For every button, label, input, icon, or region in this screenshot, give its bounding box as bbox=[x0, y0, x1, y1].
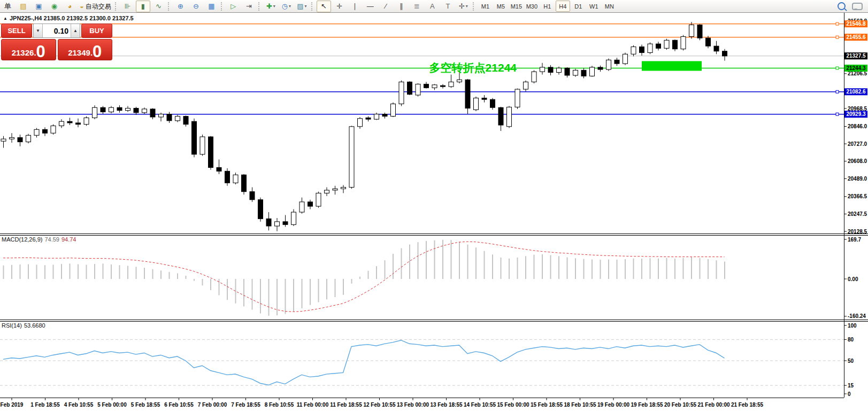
candlestick bbox=[333, 189, 337, 190]
shapes-button[interactable]: ✢▾ bbox=[456, 1, 471, 12]
timeframe-button-h4[interactable]: H4 bbox=[556, 1, 570, 12]
chevron-down-icon[interactable]: ▾ bbox=[289, 1, 291, 12]
candlestick bbox=[640, 47, 644, 53]
autotrade-button[interactable]: ◒自动交易 bbox=[78, 1, 113, 12]
timeframe-button-m15[interactable]: M15 bbox=[509, 1, 524, 12]
trendline-glyph: ∕ bbox=[385, 1, 386, 12]
periods-glyph: ◷ bbox=[282, 1, 288, 12]
line-handle[interactable] bbox=[836, 67, 839, 69]
signals-icon[interactable]: ◉ bbox=[47, 1, 62, 12]
volume-input[interactable]: 0.10 bbox=[43, 24, 71, 37]
buy-price-display[interactable]: 21349.0 bbox=[58, 39, 113, 60]
toolbar-grip bbox=[473, 2, 475, 11]
fibonacci-button[interactable]: ≣ bbox=[410, 1, 424, 12]
candlestick bbox=[706, 38, 711, 46]
chevron-down-icon[interactable]: ▾ bbox=[273, 1, 275, 12]
periods-button[interactable]: ◷▾ bbox=[279, 1, 294, 12]
timeframe-button-m1[interactable]: M1 bbox=[478, 1, 493, 12]
time-axis-label: 7 Feb 00:00 bbox=[198, 402, 227, 408]
candlestick bbox=[432, 85, 437, 88]
timeframe-button-mn[interactable]: MN bbox=[602, 1, 617, 12]
candlestick bbox=[366, 118, 371, 119]
zoom-in-icon[interactable]: ⊕ bbox=[173, 1, 188, 12]
toolbar-group: 单▤▣◉◕◒自动交易 bbox=[0, 0, 113, 13]
market-icon[interactable]: ◕ bbox=[63, 1, 77, 12]
tile-windows-icon[interactable]: ▦ bbox=[204, 1, 219, 12]
rsi-indicator-label: RSI(14)53.6680 bbox=[2, 322, 48, 329]
terminal-icon[interactable]: ▣ bbox=[32, 1, 46, 12]
candlestick-chart-icon[interactable]: ▮ bbox=[136, 1, 150, 12]
autotrade-button-label: 自动交易 bbox=[86, 1, 111, 12]
line-handle[interactable] bbox=[836, 90, 839, 93]
vertical-line-button[interactable]: ∣ bbox=[348, 1, 362, 12]
buy-button[interactable]: BUY bbox=[81, 24, 112, 38]
chevron-down-icon[interactable]: ▾ bbox=[466, 1, 468, 12]
axis-tick-label: -160.24 bbox=[848, 313, 866, 319]
text-button[interactable]: A bbox=[425, 1, 440, 12]
timeframe-button-m5[interactable]: M5 bbox=[494, 1, 508, 12]
candlestick bbox=[424, 84, 429, 88]
horizontal-line-button[interactable]: — bbox=[363, 1, 378, 12]
candlestick bbox=[150, 109, 155, 117]
channel-button[interactable]: ∥ bbox=[394, 1, 409, 12]
line-handle[interactable] bbox=[836, 36, 839, 38]
label-glyph: T bbox=[445, 1, 450, 12]
candlestick bbox=[250, 192, 255, 200]
indicators-button[interactable]: ✚▾ bbox=[264, 1, 278, 12]
line-handle[interactable] bbox=[836, 22, 839, 25]
new-order-glyph: 单 bbox=[4, 1, 11, 12]
candlestick bbox=[681, 36, 686, 49]
chat-icon[interactable] bbox=[852, 3, 863, 10]
chart-canvas[interactable]: 多空转折点2124421563.821206.520968.520846.020… bbox=[0, 0, 868, 412]
toolbar-grip bbox=[258, 2, 261, 11]
candlestick bbox=[126, 108, 130, 111]
time-axis-label: Feb 2019 bbox=[1, 402, 24, 408]
candlestick bbox=[723, 51, 727, 56]
sell-button[interactable]: SELL bbox=[1, 24, 32, 38]
candlestick bbox=[391, 104, 396, 116]
candlestick bbox=[84, 118, 89, 124]
candlestick bbox=[606, 60, 611, 69]
candlestick bbox=[408, 82, 412, 94]
volume-increase-button[interactable]: ▲ bbox=[71, 24, 80, 37]
candlestick bbox=[623, 54, 628, 64]
new-order-button[interactable]: 单 bbox=[1, 1, 15, 12]
label-button[interactable]: T bbox=[441, 1, 455, 12]
data-window-icon[interactable]: ▤ bbox=[16, 1, 30, 12]
trendline-button[interactable]: ∕ bbox=[379, 1, 393, 12]
search-icon[interactable] bbox=[838, 2, 846, 10]
line-chart-icon[interactable]: ∿ bbox=[151, 1, 166, 12]
candlestick bbox=[540, 67, 545, 72]
candlestick bbox=[101, 107, 105, 112]
auto-scroll-icon[interactable]: ▷ bbox=[226, 1, 241, 12]
timeframe-button-w1[interactable]: W1 bbox=[587, 1, 601, 12]
timeframe-button-h1[interactable]: H1 bbox=[540, 1, 555, 12]
time-axis-label: 5 Feb 18:55 bbox=[131, 402, 160, 408]
rsi-line bbox=[3, 340, 725, 385]
time-axis-label: 14 Feb 10:55 bbox=[464, 402, 496, 408]
zoom-out-icon[interactable]: ⊖ bbox=[189, 1, 203, 12]
candlestick bbox=[441, 85, 445, 87]
highlight-rectangle[interactable] bbox=[642, 61, 702, 71]
chevron-down-icon[interactable]: ▾ bbox=[305, 1, 307, 12]
annotation-text[interactable]: 多空转折点21244 bbox=[429, 61, 517, 74]
zoom-out-icon-glyph: ⊖ bbox=[193, 1, 199, 12]
candlestick bbox=[507, 107, 512, 126]
volume-decrease-button[interactable]: ▼ bbox=[34, 24, 43, 37]
chart-shift-icon[interactable]: ⇥ bbox=[242, 1, 256, 12]
candlestick bbox=[532, 72, 536, 82]
line-handle[interactable] bbox=[836, 113, 839, 115]
time-axis-label: 5 Feb 00:00 bbox=[97, 402, 127, 408]
timeframe-button-m30[interactable]: M30 bbox=[525, 1, 539, 12]
cursor-button[interactable]: ↖ bbox=[317, 1, 331, 12]
crosshair-button[interactable]: ✛ bbox=[332, 1, 347, 12]
bar-chart-icon[interactable]: ⊪ bbox=[120, 1, 135, 12]
candlestick bbox=[581, 70, 586, 76]
sell-price-display[interactable]: 21326.0 bbox=[1, 39, 56, 60]
price-badge-label: 20929.3 bbox=[846, 111, 866, 117]
templates-button[interactable]: ▨▾ bbox=[295, 1, 309, 12]
timeframe-button-d1[interactable]: D1 bbox=[571, 1, 586, 12]
axis-tick-label: 21206.5 bbox=[848, 71, 867, 76]
candlestick bbox=[474, 98, 479, 110]
channel-glyph: ∥ bbox=[400, 1, 403, 12]
